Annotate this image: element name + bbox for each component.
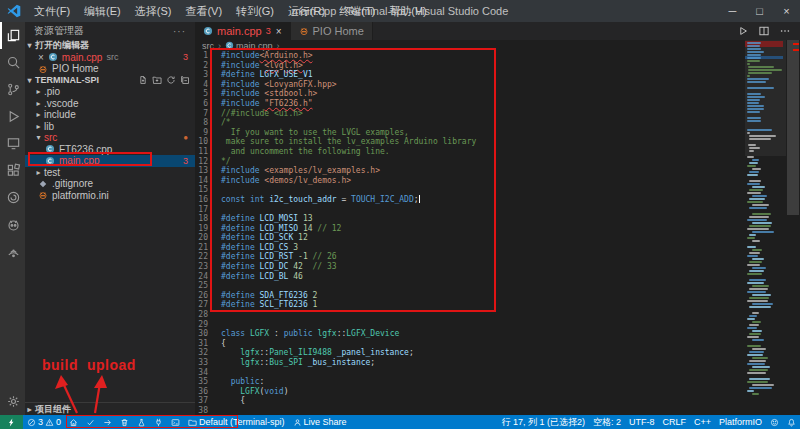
scrollbar-thumb[interactable] (787, 40, 799, 215)
code-line[interactable]: 8/* (195, 118, 745, 128)
tree-item-include[interactable]: ▸include (25, 109, 195, 121)
breadcrumb-item[interactable]: src (202, 41, 214, 51)
code-line[interactable]: 21#define LCD_CS 3 (195, 243, 745, 253)
code-line[interactable]: 35 public: (195, 377, 745, 387)
status-problems[interactable]: 30 (23, 415, 65, 429)
status-platformio-test[interactable] (133, 415, 150, 429)
editor-scrollbar[interactable] (786, 40, 800, 415)
menu-item[interactable]: 帮助(H) (382, 4, 433, 19)
menu-item[interactable]: 终端(T) (332, 4, 382, 19)
status-live-share[interactable]: Live Share (289, 415, 351, 429)
tree-item-platformio-ini[interactable]: platformio.ini (25, 190, 195, 202)
breadcrumb-item[interactable]: main.cpp (225, 41, 273, 51)
code-line[interactable]: 5#include <stdbool.h> (195, 89, 745, 99)
code-line[interactable]: 14#include <demos/lv_demos.h> (195, 176, 745, 186)
status-platformio-ide[interactable]: PlatformIO (715, 415, 766, 429)
menu-item[interactable]: 文件(F) (27, 4, 77, 19)
code-line[interactable]: 3#define LGFX_USE_V1 (195, 70, 745, 80)
code-line[interactable]: 38 (195, 406, 745, 415)
more-icon[interactable] (779, 25, 791, 37)
new-folder-icon[interactable] (152, 75, 162, 85)
status-eol[interactable]: CRLF (658, 415, 690, 429)
tree-item--gitignore[interactable]: .gitignore (25, 178, 195, 190)
tree-item-main-cpp[interactable]: main.cpp3 (25, 155, 195, 167)
close-icon[interactable]: × (773, 0, 800, 22)
code-line[interactable]: 16const int i2c_touch_addr = TOUCH_I2C_A… (195, 195, 745, 205)
status-platformio-clean[interactable] (116, 415, 133, 429)
refresh-icon[interactable] (166, 75, 176, 85)
code-line[interactable]: 20#define LCD_SCK 12 (195, 233, 745, 243)
activity-debug-icon[interactable] (0, 103, 25, 130)
status-platformio-upload[interactable] (99, 415, 116, 429)
tree-item-src[interactable]: ▾src● (25, 132, 195, 144)
activity-search-icon[interactable] (0, 49, 25, 76)
project-tasks-section[interactable]: ▸ 项目组件 (25, 402, 195, 415)
code-line[interactable]: 37 { (195, 396, 745, 406)
code-line[interactable]: 25 (195, 281, 745, 291)
code-line[interactable]: 17 (195, 205, 745, 215)
activity-extensions-icon[interactable] (0, 157, 25, 184)
activity-wireless-icon[interactable] (0, 238, 25, 265)
code-line[interactable]: 9 If you want to use the LVGL examples, (195, 128, 745, 138)
maximize-icon[interactable]: □ (746, 0, 773, 22)
open-editors-section[interactable]: ▾ 打开的编辑器 (25, 40, 195, 52)
code-line[interactable]: 33 lgfx::Bus_SPI _bus_instance; (195, 358, 745, 368)
tab-main-cpp[interactable]: main.cpp3× (195, 22, 291, 40)
code-line[interactable]: 18#define LCD_MOSI 13 (195, 214, 745, 224)
code-line[interactable]: 24#define LCD_BL 46 (195, 272, 745, 282)
tree-item--vscode[interactable]: ▸.vscode (25, 98, 195, 110)
menu-item[interactable]: 编辑(E) (77, 4, 128, 19)
split-icon[interactable] (758, 25, 770, 37)
status-feedback[interactable] (766, 415, 783, 429)
menu-item[interactable]: 运行(R) (281, 4, 332, 19)
open-editor-pio-home[interactable]: PIO Home (25, 63, 195, 75)
status-remote[interactable] (0, 415, 23, 429)
code-line[interactable]: 30class LGFX : public lgfx::LGFX_Device (195, 329, 745, 339)
activity-files-icon[interactable] (0, 22, 25, 49)
close-icon[interactable]: × (276, 26, 282, 37)
code-line[interactable]: 13#include <examples/lv_examples.h> (195, 166, 745, 176)
activity-remote-explorer-icon[interactable] (0, 130, 25, 157)
activity-ai-icon[interactable] (0, 184, 25, 211)
more-actions-icon[interactable]: ··· (173, 26, 186, 37)
code-line[interactable]: 36 LGFX(void) (195, 387, 745, 397)
code-line[interactable]: 27#define SCL_FT6236 1 (195, 300, 745, 310)
code-line[interactable]: 15 (195, 185, 745, 195)
code-line[interactable]: 34 (195, 368, 745, 378)
status-platformio-home[interactable] (65, 415, 82, 429)
project-section[interactable]: ▾ TERMINAL-SPI (25, 75, 195, 87)
code-line[interactable]: 11 and uncomment the following line. (195, 147, 745, 157)
run-icon[interactable] (737, 25, 749, 37)
close-icon[interactable]: × (38, 52, 44, 63)
code-line[interactable]: 6#include "FT6236.h" (195, 99, 745, 109)
status-encoding[interactable]: UTF-8 (625, 415, 659, 429)
status-notifications[interactable] (783, 415, 800, 429)
code-line[interactable]: 22#define LCD_RST -1 // 26 (195, 252, 745, 262)
tree-item-test[interactable]: ▸test (25, 167, 195, 179)
tree-item--pio[interactable]: ▸.pio (25, 86, 195, 98)
code-line[interactable]: 28 (195, 310, 745, 320)
tree-item-lib[interactable]: ▸lib (25, 121, 195, 133)
status-platformio-build[interactable] (82, 415, 99, 429)
code-line[interactable]: 31{ (195, 339, 745, 349)
open-editor-main-cpp[interactable]: ×main.cppsrc3 (25, 52, 195, 64)
code-line[interactable]: 12*/ (195, 157, 745, 167)
code-line[interactable]: 19#define LCD_MISO 14 // 12 (195, 224, 745, 234)
activity-platformio-icon[interactable] (0, 211, 25, 238)
code-line[interactable]: 10 make sure to install the lv_examples … (195, 137, 745, 147)
breadcrumb-item[interactable]: … (284, 41, 293, 51)
status-platformio-new-terminal[interactable] (167, 415, 184, 429)
status-cursor-position[interactable]: 行 17, 列 1 (已选择2) (497, 415, 589, 429)
activity-gear-icon[interactable] (0, 388, 25, 415)
code-line[interactable]: 29 (195, 320, 745, 330)
status-platformio-serial-monitor[interactable] (150, 415, 167, 429)
tab-pio-home[interactable]: PIO Home (291, 22, 373, 40)
menu-item[interactable]: 查看(V) (178, 4, 229, 19)
code-line[interactable]: 7//#include <ui.h> (195, 109, 745, 119)
new-file-icon[interactable] (138, 75, 148, 85)
menu-item[interactable]: 转到(G) (229, 4, 281, 19)
code-line[interactable]: 4#include <LovyanGFX.hpp> (195, 80, 745, 90)
tree-item-ft6236-cpp[interactable]: FT6236.cpp (25, 144, 195, 156)
code-line[interactable]: 1#include<Arduino.h> (195, 51, 745, 61)
status-language[interactable]: C++ (690, 415, 715, 429)
